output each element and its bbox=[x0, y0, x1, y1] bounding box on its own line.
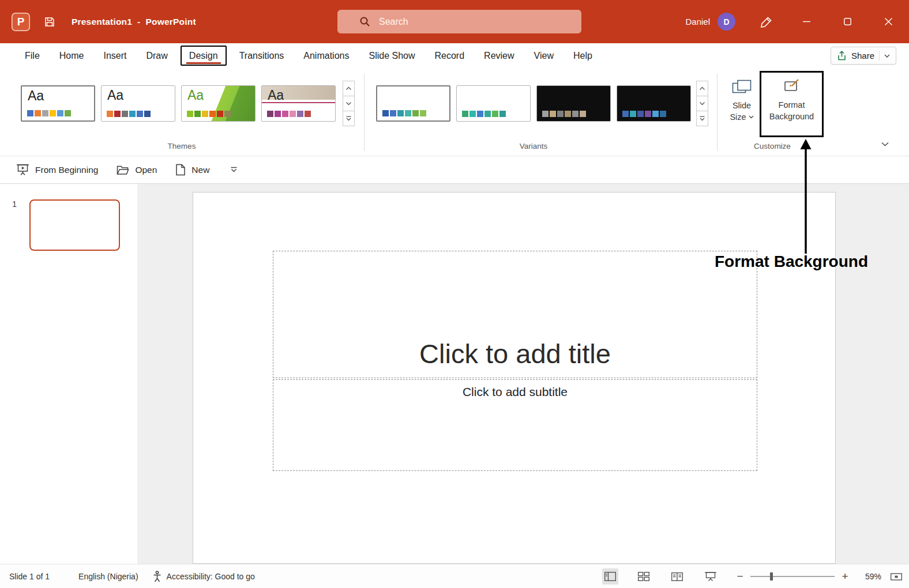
tab-insert[interactable]: Insert bbox=[93, 43, 136, 68]
slide-number: 1 bbox=[12, 199, 17, 209]
slide-size-button[interactable]: Slide Size bbox=[723, 73, 760, 143]
slide-thumbnail-panel: 1 bbox=[0, 184, 138, 564]
themes-more-icon[interactable] bbox=[343, 111, 355, 126]
new-button[interactable]: New bbox=[175, 164, 209, 176]
quick-access-toolbar: From Beginning Open New bbox=[0, 156, 909, 184]
open-button[interactable]: Open bbox=[117, 165, 157, 175]
format-background-label-line2: Background bbox=[769, 111, 814, 122]
zoom-slider[interactable] bbox=[750, 576, 835, 577]
pen-icon[interactable] bbox=[760, 15, 773, 29]
tab-file[interactable]: File bbox=[15, 43, 50, 68]
theme-thumbnail-2[interactable]: Aa bbox=[101, 85, 175, 122]
search-box[interactable]: Search bbox=[337, 10, 581, 33]
tab-animations[interactable]: Animations bbox=[294, 43, 359, 68]
variant-thumbnail-1[interactable] bbox=[376, 85, 450, 122]
from-beginning-button[interactable]: From Beginning bbox=[16, 164, 98, 176]
subtitle-placeholder[interactable]: Click to add subtitle bbox=[273, 379, 757, 471]
subtitle-placeholder-text: Click to add subtitle bbox=[463, 385, 568, 399]
statusbar: Slide 1 of 1 English (Nigeria) Accessibi… bbox=[0, 564, 909, 588]
format-background-button[interactable]: Format Background bbox=[760, 71, 824, 137]
tab-home[interactable]: Home bbox=[50, 43, 94, 68]
reading-view-button[interactable] bbox=[669, 568, 685, 585]
main-area: 1 Click to add title Click to add subtit… bbox=[0, 184, 909, 564]
theme-swatches bbox=[187, 111, 231, 117]
theme-swatches bbox=[107, 111, 151, 117]
document-name: Presentation1 bbox=[72, 17, 132, 27]
search-placeholder: Search bbox=[379, 17, 408, 27]
tab-transitions[interactable]: Transitions bbox=[230, 43, 294, 68]
zoom-percent[interactable]: 59% bbox=[856, 572, 881, 581]
slide-canvas[interactable]: Click to add title Click to add subtitle bbox=[193, 192, 836, 564]
language-indicator[interactable]: English (Nigeria) bbox=[78, 572, 138, 581]
theme-aa-text: Aa bbox=[268, 88, 284, 103]
slide-counter: Slide 1 of 1 bbox=[9, 572, 50, 581]
theme-thumbnail-1[interactable]: Aa bbox=[21, 85, 95, 122]
from-beginning-label: From Beginning bbox=[35, 165, 98, 175]
slideshow-view-button[interactable] bbox=[703, 568, 719, 585]
zoom-in-button[interactable]: + bbox=[839, 570, 851, 583]
slide-sorter-view-button[interactable] bbox=[636, 568, 652, 585]
annotation-label: Format Background bbox=[715, 252, 868, 271]
variants-scroll-up-icon[interactable] bbox=[696, 81, 708, 96]
format-background-label-line1: Format bbox=[779, 99, 805, 111]
variant-thumbnail-3[interactable] bbox=[536, 85, 611, 122]
accessibility-status[interactable]: Accessibility: Good to go bbox=[152, 571, 255, 582]
group-separator bbox=[717, 74, 718, 151]
themes-scroll-down-icon[interactable] bbox=[343, 96, 355, 111]
tab-slide-show[interactable]: Slide Show bbox=[359, 43, 425, 68]
avatar[interactable]: D bbox=[718, 13, 735, 31]
variant-swatches bbox=[382, 110, 426, 116]
group-separator bbox=[364, 74, 365, 151]
tab-record[interactable]: Record bbox=[425, 43, 475, 68]
editing-canvas: Click to add title Click to add subtitle bbox=[139, 184, 909, 564]
zoom-out-button[interactable]: − bbox=[734, 570, 746, 583]
collapse-ribbon-icon[interactable] bbox=[876, 137, 893, 151]
document-title: Presentation1 - PowerPoint bbox=[72, 17, 196, 27]
tab-design[interactable]: Design bbox=[181, 46, 227, 66]
user-name[interactable]: Daniel bbox=[685, 17, 710, 27]
fit-slide-to-window-icon[interactable] bbox=[891, 572, 902, 582]
variants-scroll-down-icon[interactable] bbox=[696, 96, 708, 111]
variants-more-icon[interactable] bbox=[696, 111, 708, 126]
variant-thumbnail-4[interactable] bbox=[617, 85, 691, 122]
customize-toolbar-icon[interactable] bbox=[230, 167, 238, 173]
new-label: New bbox=[191, 165, 209, 175]
app-name: PowerPoint bbox=[145, 17, 196, 27]
save-icon[interactable] bbox=[44, 16, 55, 28]
tab-view[interactable]: View bbox=[524, 43, 564, 68]
theme-thumbnail-4[interactable]: Aa bbox=[261, 85, 336, 122]
format-background-icon bbox=[783, 78, 801, 95]
themes-scroll-up-icon[interactable] bbox=[343, 81, 355, 96]
open-label: Open bbox=[135, 165, 157, 175]
theme-aa-text: Aa bbox=[107, 88, 123, 103]
new-document-icon bbox=[175, 164, 186, 176]
slide-size-icon bbox=[732, 80, 752, 96]
search-icon bbox=[359, 16, 370, 27]
theme-aa-text: Aa bbox=[28, 88, 44, 104]
maximize-button[interactable] bbox=[827, 0, 868, 43]
title-separator: - bbox=[137, 17, 140, 27]
normal-view-button[interactable] bbox=[602, 568, 618, 585]
share-button[interactable]: Share bbox=[831, 47, 896, 65]
slide-thumbnail[interactable] bbox=[29, 199, 120, 251]
powerpoint-window: P Presentation1 - PowerPoint Search Dani… bbox=[0, 0, 909, 588]
chevron-down-icon bbox=[749, 115, 754, 119]
tab-review[interactable]: Review bbox=[474, 43, 524, 68]
zoom-slider-thumb[interactable] bbox=[770, 572, 773, 581]
themes-gallery-scroll bbox=[343, 81, 355, 126]
tab-draw[interactable]: Draw bbox=[136, 43, 177, 68]
close-button[interactable] bbox=[868, 0, 909, 43]
minimize-button[interactable] bbox=[786, 0, 827, 43]
ribbon-design-content: Aa Aa Aa Aa Themes bbox=[0, 68, 909, 156]
title-placeholder[interactable]: Click to add title bbox=[273, 251, 757, 378]
tab-help[interactable]: Help bbox=[564, 43, 602, 68]
chevron-down-icon[interactable] bbox=[884, 54, 890, 58]
slideshow-icon bbox=[16, 164, 29, 176]
slide-size-label-line1: Slide bbox=[733, 100, 751, 111]
theme-swatches bbox=[267, 111, 311, 117]
slide-size-label-line2: Size bbox=[730, 111, 746, 123]
powerpoint-logo-icon[interactable]: P bbox=[12, 13, 30, 31]
theme-thumbnail-3[interactable]: Aa bbox=[181, 85, 256, 122]
variant-thumbnail-2[interactable] bbox=[456, 85, 531, 122]
theme-swatches bbox=[27, 110, 71, 116]
